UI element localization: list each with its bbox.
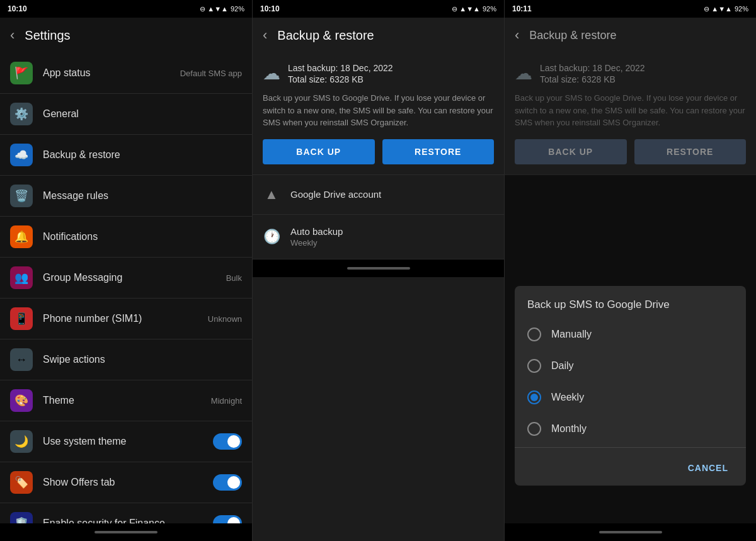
message-rules-text: Message rules (43, 190, 242, 202)
back-button-right[interactable]: ‹ (515, 28, 519, 42)
backup-meta-right: Last backup: 18 Dec, 2022 Total size: 63… (540, 63, 645, 84)
use-system-theme-text: Use system theme (43, 436, 213, 447)
show-offers-label: Show Offers tab (43, 477, 213, 488)
radio-manually[interactable]: Manually (515, 319, 746, 350)
battery-right: 92% (735, 5, 748, 13)
auto-backup-sublabel-mid: Weekly (290, 238, 343, 248)
radio-monthly-circle (527, 422, 541, 436)
enable-security-label: Enable security for Finance (43, 518, 213, 523)
notifications-icon: 🔔 (10, 225, 33, 248)
radio-weekly[interactable]: Weekly (515, 382, 746, 413)
time-mid: 10:10 (260, 4, 280, 13)
swipe-actions-text: Swipe actions (43, 354, 242, 365)
restore-button-mid[interactable]: RESTORE (382, 139, 495, 164)
backup-text: Backup & restore (43, 149, 242, 161)
back-button-mid[interactable]: ‹ (263, 28, 267, 42)
radio-monthly-label: Monthly (551, 423, 587, 435)
restore-button-right: RESTORE (634, 139, 747, 164)
google-drive-label-mid: Google Drive account (290, 189, 381, 200)
radio-daily-circle (527, 359, 541, 373)
battery-mid: 92% (483, 5, 496, 13)
setting-item-app-status[interactable]: 🚩 App status Default SMS app (0, 53, 252, 94)
show-offers-text: Show Offers tab (43, 477, 213, 488)
setting-item-message-rules[interactable]: 🗑️ Message rules (0, 176, 252, 217)
setting-item-theme[interactable]: 🎨 Theme Midnight (0, 380, 252, 421)
general-icon: ⚙️ (10, 103, 33, 125)
status-bar-right: 10:11 ⊖ ▲▼▲ 92% (505, 0, 756, 18)
backup-size-mid: Total size: 6328 KB (288, 74, 393, 84)
backup-info-mid: ☁ Last backup: 18 Dec, 2022 Total size: … (253, 53, 504, 175)
time-left: 10:10 (8, 4, 27, 13)
general-label: General (43, 108, 242, 120)
time-right: 10:11 (512, 4, 532, 13)
enable-security-icon: 🛡️ (10, 512, 33, 523)
radio-weekly-label: Weekly (551, 392, 584, 403)
group-messaging-value: Bulk (226, 273, 242, 283)
signal-icon-mid: ⊖ ▲▼▲ (452, 5, 480, 13)
back-button-left[interactable]: ‹ (10, 28, 14, 42)
home-indicator-left (0, 523, 252, 541)
settings-top-bar: ‹ Settings (0, 18, 252, 53)
backup-description-right: Back up your SMS to Google Drive. If you… (515, 92, 746, 129)
battery-left: 92% (231, 5, 244, 13)
status-bar-mid: 10:10 ⊖ ▲▼▲ 92% (253, 0, 504, 18)
show-offers-toggle[interactable] (213, 474, 242, 491)
setting-item-use-system-theme[interactable]: 🌙 Use system theme (0, 421, 252, 462)
notifications-label: Notifications (43, 231, 242, 242)
auto-backup-text-mid: Auto backup Weekly (290, 226, 343, 248)
setting-item-phone-number[interactable]: 📱 Phone number (SIM1) Unknown (0, 299, 252, 339)
theme-icon: 🎨 (10, 389, 33, 412)
status-bar-left: 10:10 ⊖ ▲▼▲ 92% (0, 0, 252, 18)
backup-date-mid: Last backup: 18 Dec, 2022 (288, 63, 393, 73)
dialog-container: Back up SMS to Google Drive Manually Dai… (505, 175, 756, 524)
radio-manually-label: Manually (551, 329, 592, 340)
phone-number-icon: 📱 (10, 307, 33, 330)
google-drive-icon-mid: ▲ (263, 186, 280, 203)
setting-item-swipe-actions[interactable]: ↔ Swipe actions (0, 339, 252, 380)
cancel-button[interactable]: CANCEL (680, 458, 736, 478)
auto-backup-option-mid[interactable]: 🕐 Auto backup Weekly (253, 215, 504, 259)
setting-item-general[interactable]: ⚙️ General (0, 94, 252, 135)
setting-item-group-messaging[interactable]: 👥 Group Messaging Bulk (0, 258, 252, 299)
radio-daily[interactable]: Daily (515, 350, 746, 382)
signal-icon-right: ⊖ ▲▼▲ (704, 5, 732, 13)
status-icons-left: ⊖ ▲▼▲ 92% (200, 5, 244, 13)
backup-title-mid: Backup & restore (277, 28, 374, 43)
auto-backup-label-mid: Auto backup (290, 226, 343, 237)
home-bar-left (94, 531, 158, 533)
setting-item-enable-security[interactable]: 🛡️ Enable security for Finance (0, 503, 252, 523)
phone-number-value: Unknown (208, 314, 242, 324)
setting-item-show-offers[interactable]: 🏷️ Show Offers tab (0, 462, 252, 503)
dialog-title: Back up SMS to Google Drive (515, 286, 746, 319)
show-offers-icon: 🏷️ (10, 471, 33, 494)
backup-title-right: Backup & restore (529, 29, 616, 42)
setting-item-backup[interactable]: ☁️ Backup & restore (0, 135, 252, 176)
theme-label: Theme (43, 395, 211, 406)
cloud-icon-mid: ☁ (263, 63, 280, 84)
message-rules-icon: 🗑️ (10, 185, 33, 207)
radio-manually-circle (527, 327, 541, 341)
radio-monthly[interactable]: Monthly (515, 413, 746, 445)
radio-weekly-circle (527, 390, 541, 404)
backup-header-right: ☁ Last backup: 18 Dec, 2022 Total size: … (515, 63, 746, 84)
group-messaging-icon: 👥 (10, 266, 33, 289)
notifications-text: Notifications (43, 231, 242, 242)
signal-icon: ⊖ ▲▼▲ (200, 5, 228, 13)
group-messaging-label: Group Messaging (43, 272, 226, 283)
backup-buttons-mid: BACK UP RESTORE (263, 139, 494, 164)
enable-security-toggle[interactable] (213, 515, 242, 523)
app-status-label: App status (43, 67, 180, 79)
setting-item-notifications[interactable]: 🔔 Notifications (0, 217, 252, 258)
backup-button-mid[interactable]: BACK UP (263, 139, 375, 164)
backup-label: Backup & restore (43, 149, 242, 161)
theme-text: Theme (43, 395, 211, 406)
use-system-theme-toggle[interactable] (213, 433, 242, 450)
google-drive-option-mid[interactable]: ▲ Google Drive account (253, 175, 504, 215)
phone-number-text: Phone number (SIM1) (43, 313, 208, 324)
message-rules-label: Message rules (43, 190, 242, 202)
settings-title: Settings (25, 28, 70, 43)
home-indicator-mid (253, 259, 504, 277)
theme-value: Midnight (211, 396, 242, 406)
general-text: General (43, 108, 242, 120)
swipe-actions-label: Swipe actions (43, 354, 242, 365)
